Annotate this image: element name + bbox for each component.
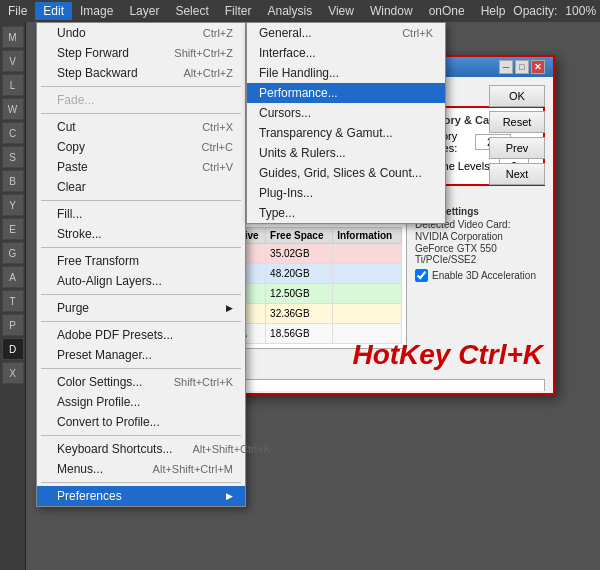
tool-eraser[interactable]: E — [2, 218, 24, 240]
gpu-card-model: GeForce GTX 550 Ti/PCIe/SSE2 — [415, 243, 545, 265]
tool-path[interactable]: A — [2, 266, 24, 288]
separator-2 — [41, 113, 241, 114]
minimize-button[interactable]: ─ — [499, 60, 513, 74]
pref-guides[interactable]: Guides, Grid, Slices & Count... — [247, 163, 445, 183]
row5-info — [333, 324, 402, 344]
pref-interface[interactable]: Interface... — [247, 43, 445, 63]
menu-fill[interactable]: Fill... — [37, 204, 245, 224]
menu-filter[interactable]: Filter — [217, 2, 260, 20]
menu-onone[interactable]: onOne — [421, 2, 473, 20]
preferences-submenu: General... Ctrl+K Interface... File Hand… — [246, 22, 446, 224]
opacity-value: 100% — [565, 4, 596, 18]
menu-help[interactable]: Help — [473, 2, 514, 20]
tool-pen[interactable]: P — [2, 314, 24, 336]
row2-free: 48.20GB — [266, 264, 333, 284]
menu-auto-align[interactable]: Auto-Align Layers... — [37, 271, 245, 291]
menubar-options: Opacity: 100% Flow: 100% — [513, 4, 600, 18]
gpu-col: GPU Settings Detected Video Card: NVIDIA… — [415, 206, 545, 357]
separator-9 — [41, 482, 241, 483]
menu-window[interactable]: Window — [362, 2, 421, 20]
tool-slice[interactable]: S — [2, 146, 24, 168]
row2-info — [333, 264, 402, 284]
menu-cut[interactable]: Cut Ctrl+X — [37, 117, 245, 137]
menu-assign-profile[interactable]: Assign Profile... — [37, 392, 245, 412]
menu-step-forward[interactable]: Step Forward Shift+Ctrl+Z — [37, 43, 245, 63]
col-info: Information — [333, 228, 402, 244]
separator-5 — [41, 294, 241, 295]
menu-stroke[interactable]: Stroke... — [37, 224, 245, 244]
menu-keyboard-shortcuts[interactable]: Keyboard Shortcuts... Alt+Shift+Ctrl+K — [37, 439, 245, 459]
pref-cursors[interactable]: Cursors... — [247, 103, 445, 123]
enable-3d-row: Enable 3D Acceleration — [415, 269, 545, 282]
tool-history-brush[interactable]: Y — [2, 194, 24, 216]
opacity-label: Opacity: — [513, 4, 557, 18]
tool-background-color[interactable]: X — [2, 362, 24, 384]
tool-crop[interactable]: C — [2, 122, 24, 144]
separator-4 — [41, 247, 241, 248]
tool-lasso[interactable]: L — [2, 74, 24, 96]
menu-image[interactable]: Image — [72, 2, 121, 20]
close-button[interactable]: ✕ — [531, 60, 545, 74]
pref-action-buttons: OK Reset Prev Next — [489, 85, 545, 185]
tool-gradient[interactable]: G — [2, 242, 24, 264]
menu-preset-manager[interactable]: Preset Manager... — [37, 345, 245, 365]
menu-analysis[interactable]: Analysis — [259, 2, 320, 20]
menu-view[interactable]: View — [320, 2, 362, 20]
tool-brush[interactable]: B — [2, 170, 24, 192]
tool-type[interactable]: T — [2, 290, 24, 312]
menu-convert-profile[interactable]: Convert to Profile... — [37, 412, 245, 432]
row4-free: 32.36GB — [266, 304, 333, 324]
separator-1 — [41, 86, 241, 87]
tool-select[interactable]: V — [2, 50, 24, 72]
menu-fade[interactable]: Fade... — [37, 90, 245, 110]
gpu-card-name: NVIDIA Corporation — [415, 231, 545, 242]
separator-6 — [41, 321, 241, 322]
menu-clear[interactable]: Clear — [37, 177, 245, 197]
enable-3d-checkbox[interactable] — [415, 269, 428, 282]
row5-free: 18.56GB — [266, 324, 333, 344]
enable-3d-label: Enable 3D Acceleration — [432, 270, 536, 281]
left-toolbar: M V L W C S B Y E G A T P D X — [0, 22, 26, 570]
tool-foreground-color[interactable]: D — [2, 338, 24, 360]
reset-button[interactable]: Reset — [489, 111, 545, 133]
menu-step-backward[interactable]: Step Backward Alt+Ctrl+Z — [37, 63, 245, 83]
row1-free: 35.02GB — [266, 244, 333, 264]
col-free: Free Space — [266, 228, 333, 244]
menu-adobe-pdf[interactable]: Adobe PDF Presets... — [37, 325, 245, 345]
pref-file-handling[interactable]: File Handling... — [247, 63, 445, 83]
menu-layer[interactable]: Layer — [121, 2, 167, 20]
menu-color-settings[interactable]: Color Settings... Shift+Ctrl+K — [37, 372, 245, 392]
menu-file[interactable]: File — [0, 2, 35, 20]
menu-select[interactable]: Select — [167, 2, 216, 20]
pref-units[interactable]: Units & Rulers... — [247, 143, 445, 163]
menu-undo[interactable]: Undo Ctrl+Z — [37, 23, 245, 43]
edit-dropdown-menu: Undo Ctrl+Z Step Forward Shift+Ctrl+Z St… — [36, 22, 246, 507]
menubar: File Edit Image Layer Select Filter Anal… — [0, 0, 600, 22]
maximize-button[interactable]: □ — [515, 60, 529, 74]
row1-info — [333, 244, 402, 264]
row4-info — [333, 304, 402, 324]
pref-transparency[interactable]: Transparency & Gamut... — [247, 123, 445, 143]
separator-7 — [41, 368, 241, 369]
titlebar-buttons: ─ □ ✕ — [499, 60, 545, 74]
menu-copy[interactable]: Copy Ctrl+C — [37, 137, 245, 157]
ok-button[interactable]: OK — [489, 85, 545, 107]
menu-edit[interactable]: Edit — [35, 2, 72, 20]
pref-plugins[interactable]: Plug-Ins... — [247, 183, 445, 203]
menu-preferences[interactable]: Preferences ▶ — [37, 486, 245, 506]
separator-3 — [41, 200, 241, 201]
tool-magic-wand[interactable]: W — [2, 98, 24, 120]
pref-type[interactable]: Type... — [247, 203, 445, 223]
separator-8 — [41, 435, 241, 436]
row3-free: 12.50GB — [266, 284, 333, 304]
menu-menus[interactable]: Menus... Alt+Shift+Ctrl+M — [37, 459, 245, 479]
pref-performance[interactable]: Performance... — [247, 83, 445, 103]
menu-paste[interactable]: Paste Ctrl+V — [37, 157, 245, 177]
prev-button[interactable]: Prev — [489, 137, 545, 159]
menu-purge[interactable]: Purge ▶ — [37, 298, 245, 318]
menu-free-transform[interactable]: Free Transform — [37, 251, 245, 271]
tool-move[interactable]: M — [2, 26, 24, 48]
pref-general[interactable]: General... Ctrl+K — [247, 23, 445, 43]
row3-info — [333, 284, 402, 304]
next-button[interactable]: Next — [489, 163, 545, 185]
